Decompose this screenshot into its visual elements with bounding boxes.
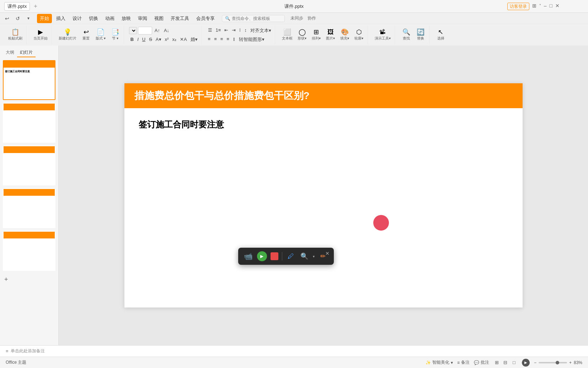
zoom-slider[interactable] (539, 362, 567, 363)
fill-btn[interactable]: 🎨 填充▾ (338, 28, 351, 42)
shape-btn[interactable]: ◯ 形状▾ (296, 28, 309, 42)
clear-format-btn[interactable]: ✕A (178, 36, 188, 43)
unsync-btn[interactable]: 未同步 (290, 15, 303, 21)
undo-dropdown[interactable]: ▼ (24, 14, 33, 23)
slide-canvas[interactable]: 措施费总价包干与总价措施费包干区别? 签订施工合同时要注意 📹 ✕ ▶ 🖊 🔍 … (124, 83, 523, 307)
slide-thumb-5[interactable]: 5 (3, 231, 55, 271)
minimize-icon[interactable]: – (544, 2, 547, 10)
numbering-btn[interactable]: 1≡ (214, 27, 223, 35)
reset-btn[interactable]: ↩ 重置 (80, 28, 92, 42)
menu-design[interactable]: 设计 (70, 14, 85, 23)
special-char-btn[interactable]: 婚▾ (189, 36, 199, 43)
rec-play-btn[interactable]: ▶ (257, 251, 267, 261)
smart-dropdown[interactable]: ▾ (451, 360, 453, 365)
increase-indent-btn[interactable]: ⇥ (230, 27, 237, 35)
decrease-indent-btn[interactable]: ⇤ (223, 27, 230, 35)
slide-thumb-2[interactable]: 2 (3, 103, 55, 143)
column-btn[interactable]: ⁞ (238, 27, 242, 35)
view-normal-btn[interactable]: ⊞ (493, 359, 501, 366)
close-recording-btn[interactable]: ✕ (325, 251, 330, 256)
close-window-icon[interactable]: ✕ (555, 2, 560, 10)
slide-thumb-3[interactable]: 3 (3, 146, 55, 185)
view-read-btn[interactable]: □ (511, 359, 518, 366)
rec-zoom-dropdown[interactable]: ▾ (313, 254, 315, 258)
menu-transition[interactable]: 切换 (86, 14, 101, 23)
picture-btn[interactable]: 🖼 图片▾ (324, 28, 337, 42)
paste-format-btn[interactable]: 📋 粘贴式刷 (6, 28, 24, 42)
bold-btn[interactable]: B (129, 36, 135, 43)
bullets-btn[interactable]: ☰ (207, 27, 214, 35)
slide-thumb-inner-4 (4, 189, 55, 227)
arrange-btn[interactable]: ⊞ 排列▾ (310, 28, 323, 42)
new-slide-btn[interactable]: 💡 新建幻灯片 (57, 28, 78, 42)
replace-btn[interactable]: 🔄 替换 (414, 28, 427, 42)
select-btn[interactable]: ↖ 选择 (434, 28, 447, 42)
tab-outline[interactable]: 大纲 (3, 48, 17, 57)
maximize-icon[interactable]: □ (550, 2, 552, 10)
search-box[interactable]: 🔍 (222, 15, 285, 22)
line-spacing-btn[interactable]: ↕ (243, 27, 248, 35)
start-slideshow-btn[interactable]: ▶ 当页开始 (32, 28, 49, 42)
add-slide-btn[interactable]: + (3, 274, 55, 285)
rec-zoom-btn[interactable]: 🔍 (299, 251, 309, 261)
view-grid-btn[interactable]: ⊟ (502, 359, 509, 366)
strikethrough-btn[interactable]: S (148, 36, 154, 43)
align-center-btn[interactable]: ≡ (213, 36, 218, 43)
find-btn[interactable]: 🔍 查找 (400, 28, 413, 42)
thumb-content-5 (4, 238, 55, 270)
play-status-btn[interactable]: ▶ (522, 359, 530, 367)
underline-btn[interactable]: U (141, 36, 147, 43)
font-size-input[interactable]: 0 (138, 27, 152, 35)
comments-btn[interactable]: 💬 批注 (474, 359, 489, 366)
smart-beautify-btn[interactable]: ✨ 智能美化 ▾ (426, 359, 453, 366)
zoom-plus-btn[interactable]: + (569, 360, 572, 365)
menu-start[interactable]: 开始 (37, 14, 52, 23)
zoom-value: 83% (574, 360, 582, 365)
menu-insert[interactable]: 插入 (53, 14, 68, 23)
menu-review[interactable]: 审阅 (135, 14, 150, 23)
file-tab[interactable]: 课件.pptx (4, 2, 30, 11)
subscript-btn[interactable]: x₂ (171, 36, 178, 43)
smart-convert-btn[interactable]: 转智能图形▾ (237, 36, 266, 43)
italic-btn[interactable]: I (136, 36, 140, 43)
align-right-btn[interactable]: ≡ (219, 36, 225, 43)
outline-btn[interactable]: ⬡ 轮廓▾ (353, 28, 365, 42)
layout-btn[interactable]: 📄 版式 ▾ (94, 28, 107, 42)
decrease-font-btn[interactable]: A↓ (162, 27, 171, 34)
redo-btn[interactable]: ↺ (14, 14, 22, 23)
justify-btn[interactable]: ≡ (225, 36, 231, 43)
align-left-btn[interactable]: ≡ (207, 36, 212, 43)
slide-thumb-1[interactable]: 1 签订施工合同时要注意 (3, 60, 55, 100)
font-family-select[interactable] (129, 27, 137, 34)
undo-btn[interactable]: ↩ (3, 14, 11, 23)
textbox-btn[interactable]: ⬜ 文本框 (280, 28, 294, 42)
slide-thumb-4[interactable]: 4 (3, 188, 55, 228)
notes-placeholder[interactable]: 单击此处添加备注 (11, 348, 45, 354)
rec-stop-btn[interactable] (271, 252, 278, 260)
font-color-btn[interactable]: A▾ (154, 36, 163, 43)
cols-btn[interactable]: ⫿ (231, 36, 237, 43)
grid-icon[interactable]: ⊞ (532, 2, 536, 10)
menu-member[interactable]: 会员专享 (193, 14, 218, 23)
present-tools-btn[interactable]: 📽 演示工具▾ (373, 28, 392, 42)
rec-pointer-btn[interactable]: 🖊 (286, 251, 296, 261)
align-text-btn[interactable]: 对齐文本▾ (249, 27, 273, 35)
slide-title-bar: 措施费总价包干与总价措施费包干区别? (124, 83, 523, 108)
section-btn[interactable]: 📑 节 ▾ (109, 28, 122, 42)
menu-view[interactable]: 视图 (151, 14, 166, 23)
zoom-minus-btn[interactable]: − (534, 360, 536, 365)
collab-btn[interactable]: 协作 (308, 15, 316, 21)
notes-status-btn[interactable]: ≡ 备注 (457, 359, 470, 366)
new-tab-icon[interactable]: ＋ (33, 2, 38, 10)
visit-btn[interactable]: 访客登录 (507, 2, 529, 10)
tab-slides[interactable]: 幻灯片 (17, 48, 36, 57)
recording-toolbar: 📹 ✕ ▶ 🖊 🔍 ▾ ✏ (238, 248, 334, 265)
menu-slideshow[interactable]: 放映 (119, 14, 134, 23)
superscript-btn[interactable]: x² (164, 36, 170, 43)
increase-font-btn[interactable]: A↑ (153, 27, 161, 34)
menu-animation[interactable]: 动画 (102, 14, 117, 23)
menu-devtools[interactable]: 开发工具 (168, 14, 192, 23)
search-input[interactable] (232, 16, 282, 21)
slide-thumb-inner-2 (4, 104, 55, 142)
slide-title-text: 措施费总价包干与总价措施费包干区别? (134, 89, 310, 102)
